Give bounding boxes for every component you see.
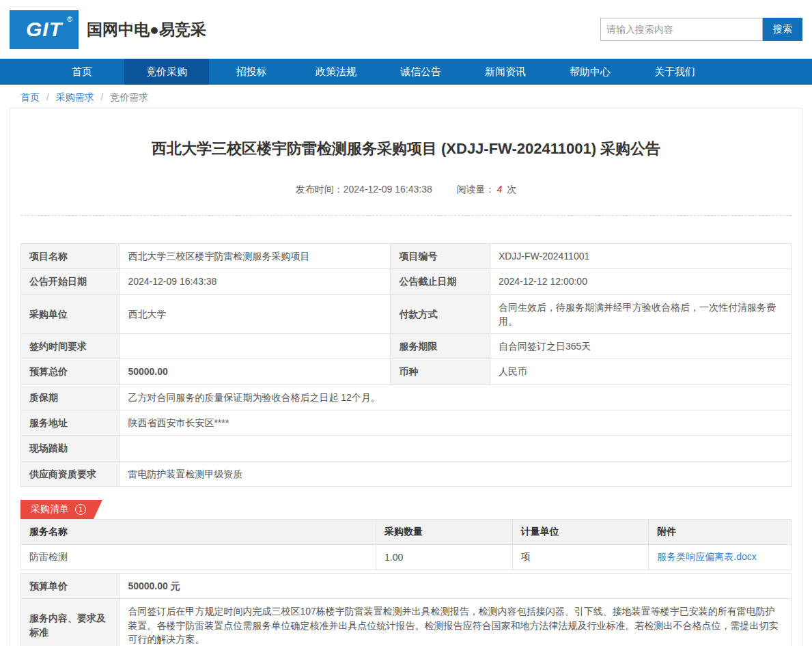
field-label: 采购单位 bbox=[21, 294, 120, 334]
table-header-row: 服务名称 采购数量 计量单位 附件 bbox=[21, 519, 792, 544]
purchase-list-count-badge: 1 bbox=[75, 504, 86, 515]
field-label: 质保期 bbox=[21, 384, 120, 410]
column-header: 服务名称 bbox=[21, 519, 376, 544]
table-row: 现场踏勘 bbox=[21, 436, 792, 461]
field-value: 2024-12-12 12:00:00 bbox=[490, 269, 791, 294]
breadcrumb-separator: / bbox=[101, 92, 104, 102]
field-value: 乙方对合同服务的质量保证期为验收合格后之日起 12个月。 bbox=[120, 384, 792, 410]
page-title: 西北大学三校区楼宇防雷检测服务采购项目 (XDJJ-FW-202411001) … bbox=[20, 139, 792, 159]
nav-item-integrity-notice[interactable]: 诚信公告 bbox=[378, 59, 463, 85]
field-label: 币种 bbox=[391, 359, 490, 384]
field-label: 预算单价 bbox=[21, 573, 120, 598]
unit-cell: 项 bbox=[512, 544, 649, 570]
search-button[interactable]: 搜索 bbox=[763, 18, 802, 41]
attachment-link[interactable]: 服务类响应偏离表.docx bbox=[657, 551, 756, 562]
field-value: 合同生效后，待服务期满并经甲方验收合格后，一次性付清服务费用。 bbox=[490, 294, 791, 334]
field-label: 预算总价 bbox=[21, 359, 120, 384]
main-nav: 首页 竞价采购 招投标 政策法规 诚信公告 新闻资讯 帮助中心 关于我们 bbox=[0, 59, 812, 85]
search-bar: 搜索 bbox=[600, 18, 802, 41]
detail-info-table: 预算单价 50000.00 元 服务内容、要求及标准 合同签订后在甲方规定时间内… bbox=[20, 573, 792, 646]
table-row: 预算单价 50000.00 元 bbox=[21, 573, 792, 598]
logo-text: GIT bbox=[26, 18, 62, 41]
purchase-list-tag: 采购清单 1 bbox=[20, 500, 102, 519]
field-value: 西北大学三校区楼宇防雷检测服务采购项目 bbox=[120, 244, 391, 269]
quantity-cell: 1.00 bbox=[376, 544, 513, 570]
breadcrumb-purchase-demand[interactable]: 采购需求 bbox=[56, 92, 94, 102]
top-header: GIT ® 国网中电●易竞采 搜索 bbox=[0, 0, 812, 59]
field-label: 服务地址 bbox=[21, 410, 120, 436]
nav-item-home[interactable]: 首页 bbox=[40, 59, 124, 85]
service-name-cell: 防雷检测 bbox=[21, 544, 376, 570]
field-value bbox=[120, 436, 792, 461]
field-value bbox=[120, 334, 391, 359]
table-row: 签约时间要求 服务期限 自合同签订之日365天 bbox=[21, 334, 792, 359]
breadcrumb-home[interactable]: 首页 bbox=[20, 92, 40, 102]
table-row: 质保期 乙方对合同服务的质量保证期为验收合格后之日起 12个月。 bbox=[21, 384, 792, 410]
column-header: 采购数量 bbox=[376, 519, 513, 544]
field-value: 西北大学 bbox=[120, 294, 391, 334]
field-value: 合同签订后在甲方规定时间内完成三校区107栋楼宇防雷装置检测并出具检测报告，检测… bbox=[120, 599, 792, 646]
publish-info: 发布时间：2024-12-09 16:43:38 阅读量：4 次 bbox=[20, 184, 792, 196]
unit-price-value: 50000.00 元 bbox=[120, 573, 792, 598]
table-row: 服务地址 陕西省西安市长安区**** bbox=[21, 410, 792, 436]
project-info-table: 项目名称 西北大学三校区楼宇防雷检测服务采购项目 项目编号 XDJJ-FW-20… bbox=[20, 243, 792, 487]
search-input[interactable] bbox=[600, 18, 763, 41]
field-label: 公告开始日期 bbox=[21, 269, 120, 294]
table-row: 服务内容、要求及标准 合同签订后在甲方规定时间内完成三校区107栋楼宇防雷装置检… bbox=[21, 599, 792, 646]
table-row: 采购单位 西北大学 付款方式 合同生效后，待服务期满并经甲方验收合格后，一次性付… bbox=[21, 294, 792, 334]
field-value: 雷电防护装置检测甲级资质 bbox=[120, 461, 792, 486]
table-row: 预算总价 50000.00 币种 人民币 bbox=[21, 359, 792, 384]
budget-total-value: 50000.00 bbox=[120, 359, 391, 384]
field-label: 签约时间要求 bbox=[21, 334, 120, 359]
views-unit: 次 bbox=[507, 184, 516, 195]
field-value: XDJJ-FW-202411001 bbox=[490, 244, 791, 269]
publish-time-value: 2024-12-09 16:43:38 bbox=[344, 184, 432, 195]
field-value: 2024-12-09 16:43:38 bbox=[120, 269, 391, 294]
dashed-divider bbox=[20, 215, 792, 216]
field-label: 项目名称 bbox=[21, 244, 120, 269]
publish-time-label: 发布时间： bbox=[296, 184, 344, 195]
views-label: 阅读量： bbox=[457, 184, 495, 195]
field-label: 服务内容、要求及标准 bbox=[21, 599, 120, 646]
field-label: 现场踏勘 bbox=[21, 436, 120, 461]
field-label: 付款方式 bbox=[391, 294, 490, 334]
nav-item-about-us[interactable]: 关于我们 bbox=[632, 59, 717, 85]
announcement-card: 西北大学三校区楼宇防雷检测服务采购项目 (XDJJ-FW-202411001) … bbox=[10, 108, 802, 646]
attachment-cell: 服务类响应偏离表.docx bbox=[649, 544, 792, 570]
field-value: 人民币 bbox=[490, 359, 791, 384]
column-header: 附件 bbox=[649, 519, 792, 544]
table-row: 供应商资质要求 雷电防护装置检测甲级资质 bbox=[21, 461, 792, 486]
purchase-list-tag-label: 采购清单 bbox=[31, 503, 69, 516]
registered-trademark-icon: ® bbox=[67, 15, 73, 23]
field-label: 项目编号 bbox=[391, 244, 490, 269]
site-title: 国网中电●易竞采 bbox=[87, 19, 206, 40]
breadcrumb: 首页 / 采购需求 / 竞价需求 bbox=[20, 92, 812, 104]
field-label: 服务期限 bbox=[391, 334, 490, 359]
nav-item-news[interactable]: 新闻资讯 bbox=[463, 59, 548, 85]
field-value: 自合同签订之日365天 bbox=[490, 334, 791, 359]
purchase-list-table: 服务名称 采购数量 计量单位 附件 防雷检测 1.00 项 服务类响应偏离表.d… bbox=[20, 519, 792, 570]
field-label: 公告截止日期 bbox=[391, 269, 490, 294]
site-logo[interactable]: GIT ® bbox=[10, 10, 79, 49]
table-row: 项目名称 西北大学三校区楼宇防雷检测服务采购项目 项目编号 XDJJ-FW-20… bbox=[21, 244, 792, 269]
nav-item-tender[interactable]: 招投标 bbox=[209, 59, 294, 85]
field-value: 陕西省西安市长安区**** bbox=[120, 410, 792, 436]
table-row: 防雷检测 1.00 项 服务类响应偏离表.docx bbox=[21, 544, 792, 570]
breadcrumb-current: 竞价需求 bbox=[110, 92, 148, 102]
breadcrumb-separator: / bbox=[46, 92, 49, 102]
table-row: 公告开始日期 2024-12-09 16:43:38 公告截止日期 2024-1… bbox=[21, 269, 792, 294]
nav-item-bidding-purchase[interactable]: 竞价采购 bbox=[124, 59, 209, 85]
column-header: 计量单位 bbox=[512, 519, 649, 544]
field-label: 供应商资质要求 bbox=[21, 461, 120, 486]
views-count: 4 bbox=[497, 184, 503, 195]
nav-item-policies[interactable]: 政策法规 bbox=[294, 59, 378, 85]
nav-item-help-center[interactable]: 帮助中心 bbox=[548, 59, 632, 85]
